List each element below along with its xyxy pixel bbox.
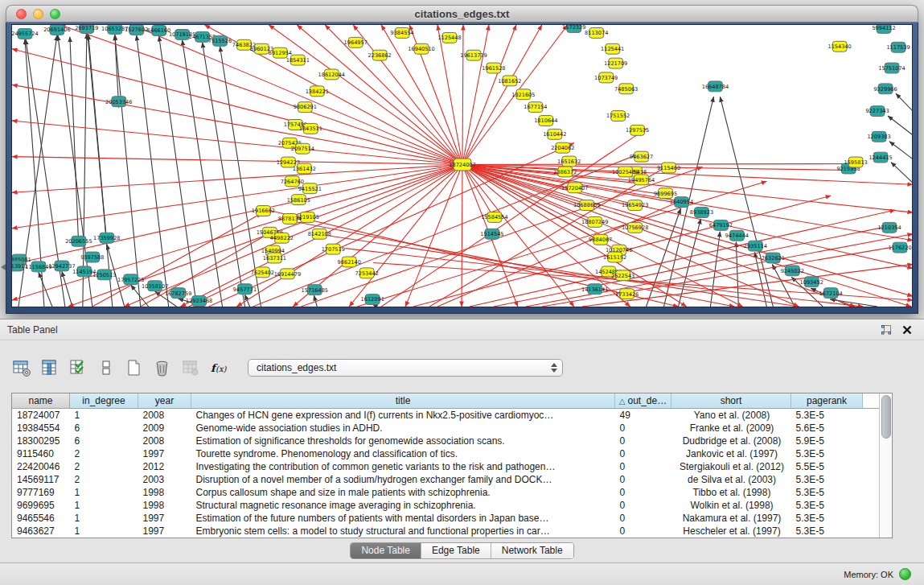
network-node[interactable]: 16648784 bbox=[702, 81, 729, 92]
table-row[interactable]: 946554611997Estimation of the future num… bbox=[12, 512, 885, 525]
network-node[interactable]: 2097514 bbox=[291, 143, 314, 154]
table-cell[interactable]: Dudbridge et al. (2008) bbox=[671, 435, 791, 447]
table-cell[interactable]: Yano et al. (2008) bbox=[671, 409, 791, 422]
float-panel-icon[interactable] bbox=[881, 324, 892, 336]
table-settings-icon[interactable] bbox=[11, 357, 32, 378]
network-node[interactable]: 7625402 bbox=[251, 267, 274, 278]
table-cell[interactable]: 19384554 bbox=[12, 422, 70, 435]
network-node[interactable]: 7515526 bbox=[208, 35, 232, 46]
table-row[interactable]: 1830029562008Estimation of significance … bbox=[12, 435, 885, 447]
table-row[interactable]: 2242004622012Investigating the contribut… bbox=[12, 460, 885, 473]
network-node[interactable]: 9227343 bbox=[865, 106, 889, 117]
network-node[interactable]: 1361432 bbox=[293, 163, 316, 174]
collapse-panel-arrow-icon[interactable] bbox=[1, 264, 6, 270]
network-node[interactable]: 1964957 bbox=[344, 37, 368, 47]
citation-edge-red[interactable] bbox=[12, 165, 462, 193]
network-node[interactable]: 1176220 bbox=[888, 242, 911, 253]
network-node[interactable]: 9397588 bbox=[80, 252, 104, 262]
network-node[interactable]: 1854311 bbox=[286, 55, 310, 65]
table-cell[interactable]: 9463627 bbox=[12, 525, 70, 538]
tab-edge-table[interactable]: Edge Table bbox=[421, 543, 491, 558]
network-node[interactable]: 1321605 bbox=[511, 89, 535, 100]
table-cell[interactable]: 1 bbox=[70, 486, 138, 499]
table-cell[interactable]: Corpus callosum shape and size in male p… bbox=[191, 486, 615, 499]
table-cell[interactable]: 1 bbox=[70, 409, 138, 422]
table-cell[interactable]: 2003 bbox=[138, 473, 191, 486]
network-node[interactable]: 16914479 bbox=[274, 269, 301, 279]
network-node[interactable]: 7253442 bbox=[355, 268, 379, 278]
table-cell[interactable]: 0 bbox=[615, 512, 671, 525]
network-node[interactable]: 1586105 bbox=[287, 195, 310, 205]
table-cell[interactable]: Stergiakouli et al. (2012) bbox=[671, 460, 791, 473]
network-node[interactable]: 1615152 bbox=[603, 252, 626, 262]
delete-column-icon[interactable] bbox=[152, 357, 173, 378]
network-node[interactable]: 9457771 bbox=[233, 284, 257, 295]
new-column-icon[interactable] bbox=[124, 357, 145, 378]
table-cell[interactable]: 49 bbox=[615, 409, 671, 422]
column-header-short[interactable]: short bbox=[671, 393, 791, 409]
network-node[interactable]: 1209383 bbox=[867, 131, 890, 142]
citation-edge-black[interactable] bbox=[62, 271, 72, 307]
network-node[interactable]: 12923468 bbox=[186, 296, 212, 307]
network-node[interactable]: 19495764 bbox=[628, 175, 655, 185]
network-node[interactable]: 1221709 bbox=[604, 58, 627, 68]
network-node[interactable]: 1916662 bbox=[252, 206, 275, 216]
network-node[interactable]: 18612044 bbox=[318, 69, 345, 80]
citation-edge-black[interactable] bbox=[710, 232, 720, 307]
table-cell[interactable]: 2012 bbox=[138, 460, 191, 473]
citation-edge-red[interactable] bbox=[462, 25, 463, 165]
network-node[interactable]: 1093452 bbox=[800, 277, 823, 287]
network-node[interactable]: 9384554 bbox=[390, 27, 413, 38]
column-header-year[interactable]: year bbox=[138, 393, 191, 409]
table-cell[interactable]: 2 bbox=[70, 447, 138, 460]
table-cell[interactable]: 0 bbox=[615, 473, 671, 486]
column-header-name[interactable]: name bbox=[12, 393, 70, 409]
network-node[interactable]: 24955724 bbox=[12, 28, 39, 39]
table-cell[interactable]: 2008 bbox=[138, 409, 191, 422]
network-node[interactable]: 14136141 bbox=[581, 284, 608, 295]
network-node[interactable]: 15716485 bbox=[302, 285, 328, 295]
tab-network-table[interactable]: Network Table bbox=[491, 543, 573, 558]
network-node[interactable]: 9463627 bbox=[630, 151, 653, 162]
table-cell[interactable]: Tibbo et al. (1998) bbox=[671, 486, 791, 499]
table-cell[interactable]: Nakamura et al. (1997) bbox=[671, 512, 791, 525]
table-cell[interactable]: 0 bbox=[615, 447, 671, 460]
table-cell[interactable]: 2009 bbox=[138, 422, 191, 435]
citation-edge-red[interactable] bbox=[462, 165, 462, 307]
table-cell[interactable]: 14569117 bbox=[12, 473, 70, 486]
network-canvas[interactable]: 2495572420691406269371910653287152760264… bbox=[11, 24, 913, 307]
table-row[interactable]: 977716911998Corpus callosum shape and si… bbox=[12, 486, 885, 499]
citation-edge-black[interactable] bbox=[159, 36, 197, 307]
table-cell[interactable]: 2008 bbox=[138, 435, 191, 447]
network-node[interactable]: 1297515 bbox=[626, 125, 649, 135]
table-cell[interactable]: 9465546 bbox=[12, 512, 70, 525]
citation-edge-red[interactable] bbox=[12, 165, 462, 229]
table-cell[interactable]: Embryonic stem cells: a model to study s… bbox=[191, 525, 615, 538]
table-cell[interactable]: 5.3E-5 bbox=[791, 473, 863, 486]
network-node[interactable]: 1637311 bbox=[263, 253, 286, 263]
citation-edge-red[interactable] bbox=[462, 25, 489, 165]
citation-edge-black[interactable] bbox=[83, 34, 87, 307]
network-node[interactable]: 15751074 bbox=[878, 63, 905, 73]
network-node[interactable]: 1843511 bbox=[299, 123, 322, 134]
table-row[interactable]: 946362711997Embryonic stem cells: a mode… bbox=[12, 525, 885, 538]
table-cell[interactable]: 0 bbox=[615, 525, 671, 538]
table-cell[interactable]: 1 bbox=[70, 512, 138, 525]
table-row[interactable]: 911546021997Tourette syndrome. Phenomeno… bbox=[12, 447, 885, 460]
citation-edge-red[interactable] bbox=[582, 264, 912, 307]
memory-ok-indicator[interactable] bbox=[899, 568, 911, 580]
table-cell[interactable]: Hescheler et al. (1997) bbox=[671, 525, 791, 538]
table-cell[interactable]: Franke et al. (2009) bbox=[671, 422, 791, 435]
column-header-title[interactable]: title bbox=[191, 393, 615, 409]
table-cell[interactable]: 1997 bbox=[138, 525, 191, 538]
network-node[interactable]: 7485063 bbox=[614, 84, 638, 94]
table-cell[interactable]: Disruption of a novel member of a sodium… bbox=[191, 473, 615, 486]
citation-edge-black[interactable] bbox=[896, 93, 912, 111]
network-node[interactable]: 16940510 bbox=[408, 43, 434, 54]
table-cell[interactable]: 0 bbox=[615, 460, 671, 473]
column-header-pagerank[interactable]: pagerank bbox=[791, 393, 863, 409]
table-cell[interactable]: Wolkin et al. (1998) bbox=[671, 499, 791, 512]
table-cell[interactable]: 1998 bbox=[138, 499, 191, 512]
table-cell[interactable]: 0 bbox=[615, 499, 671, 512]
table-cell[interactable]: 5.5E-5 bbox=[791, 460, 863, 473]
